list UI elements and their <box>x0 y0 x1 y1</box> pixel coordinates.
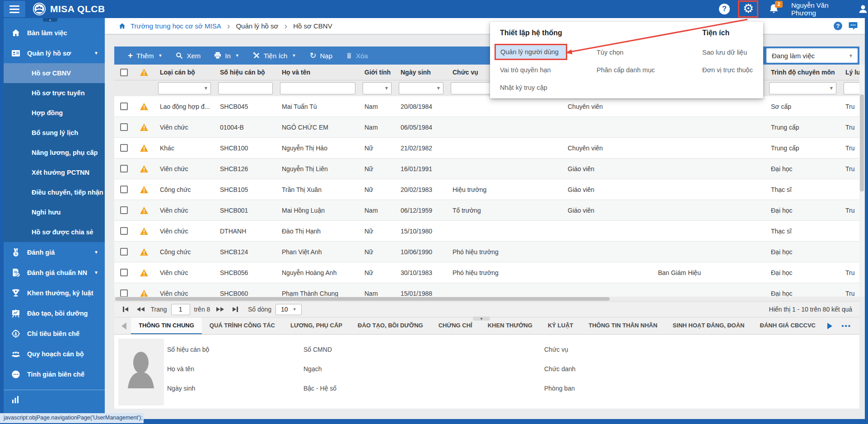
detail-tab[interactable]: ĐÀO TẠO, BỒI DƯỠNG <box>350 317 431 335</box>
sidebar-subitem[interactable]: Xét hưởng PCTNN <box>4 163 105 182</box>
sidebar-subitem[interactable]: Hồ sơ trực tuyến <box>4 83 105 103</box>
table-row[interactable]: Lao động hợp đ... SHCB045 Mai Tuấn Tú Na… <box>114 96 868 117</box>
detail-tab[interactable]: QUÁ TRÌNH CÔNG TÁC <box>202 317 283 335</box>
sidebar-subitem[interactable]: Nâng lương, phụ cấp <box>4 143 105 163</box>
tabs-scroll-left-icon[interactable] <box>121 322 126 330</box>
column-header-so-hieu[interactable]: Số hiệu cán bộ <box>215 69 276 76</box>
tabs-scroll-right-icon[interactable] <box>827 323 832 329</box>
working-status-filter[interactable]: Đang làm việc ▼ <box>766 48 858 63</box>
rows-per-page-select[interactable]: 10 ▼ <box>275 304 302 315</box>
horizontal-scrollbar[interactable] <box>114 297 859 301</box>
sidebar-item-partial[interactable] <box>4 393 105 406</box>
detail-tab[interactable]: THÔNG TIN THÂN NHÂN <box>581 317 665 335</box>
menu-item-roles[interactable]: Vai trò quyền hạn <box>500 66 551 74</box>
row-checkbox[interactable] <box>120 289 128 297</box>
table-row[interactable]: Công chức SHCB105 Trần Thị Xuân Nữ 20/02… <box>114 179 868 200</box>
breadcrumb-home-icon[interactable] <box>118 23 126 30</box>
settings-gear-icon[interactable]: ⚙ <box>743 2 754 15</box>
menu-item-options[interactable]: Tùy chọn <box>597 49 624 56</box>
filter-so-hieu[interactable] <box>218 82 273 94</box>
menu-item-units[interactable]: Đơn vị trực thuộc <box>702 66 753 74</box>
row-checkbox[interactable] <box>120 103 128 110</box>
print-button[interactable]: In ▼ <box>214 52 239 60</box>
filter-trinh-do[interactable] <box>769 82 836 94</box>
table-row[interactable]: Viên chức SHCB001 Mai Hồng Luận Nam 06/1… <box>114 200 868 221</box>
detail-tab[interactable]: KỶ LUẬT <box>540 317 581 335</box>
row-checkbox[interactable] <box>120 123 128 131</box>
table-row[interactable]: Viên chức DTHANH Đào Thị Hạnh Nữ 15/10/1… <box>114 221 868 242</box>
table-row[interactable]: Khác SHCB100 Nguyễn Thị Hảo Nữ 21/02/198… <box>114 138 868 158</box>
filter-ho-ten[interactable] <box>280 82 355 94</box>
hamburger-menu-icon[interactable] <box>4 1 25 17</box>
detail-tab[interactable]: CHỨNG CHỈ <box>431 317 480 335</box>
add-button[interactable]: + Thêm ▼ <box>128 52 162 60</box>
row-checkbox[interactable] <box>120 165 128 172</box>
sidebar-item-tinh-gian[interactable]: Tinh giản biên chế <box>4 364 105 384</box>
sidebar-subitem[interactable]: Bổ sung lý lịch <box>4 123 105 143</box>
view-button[interactable]: Xem <box>176 52 201 60</box>
detail-tab[interactable]: THÔNG TIN CHUNG <box>131 317 202 335</box>
feedback-chat-icon[interactable] <box>849 22 858 30</box>
sidebar-subitem[interactable]: Nghỉ hưu <box>4 202 105 222</box>
row-checkbox[interactable] <box>120 206 128 214</box>
row-checkbox[interactable] <box>120 248 128 256</box>
sidebar-subitem[interactable]: Hợp đồng <box>4 103 105 123</box>
context-help-icon[interactable]: ? <box>834 22 842 30</box>
column-header-gioi-tinh[interactable]: Giới tính <box>359 69 395 76</box>
detail-field-label: Bậc - Hệ số <box>303 379 336 398</box>
menu-item-backup[interactable]: Sao lưu dữ liệu <box>702 49 747 56</box>
more-tabs-icon[interactable]: ••• <box>841 322 851 330</box>
sidebar-item-ban-lam-viec[interactable]: Bàn làm việc <box>4 23 105 43</box>
table-row[interactable]: Công chức SHCB124 Phan Việt Anh Nữ 10/06… <box>114 242 868 262</box>
detail-tab[interactable]: ĐÁNH GIÁ CBCCVC <box>752 317 824 335</box>
detail-tab[interactable]: LƯƠNG, PHỤ CẤP <box>283 317 350 335</box>
row-checkbox[interactable] <box>120 186 128 193</box>
breadcrumb-level1[interactable]: Quản lý hồ sơ <box>236 22 278 30</box>
user-menu[interactable]: Nguyễn Văn Phương <box>791 0 868 18</box>
panel-splitter-handle[interactable]: ▼ <box>473 317 490 321</box>
column-header-trinh-do[interactable]: Trình độ chuyên môn <box>765 69 840 76</box>
column-header-ngay-sinh[interactable]: Ngày sinh <box>395 69 447 76</box>
row-checkbox[interactable] <box>120 144 128 152</box>
filter-ngay-sinh[interactable] <box>399 82 443 94</box>
sidebar-item-danh-gia[interactable]: 1 Đánh giá ▼ <box>4 242 105 262</box>
sidebar-subitem[interactable]: Hồ sơ được chia sẻ <box>4 222 105 242</box>
sidebar-item-quy-hoach[interactable]: Quy hoạch cán bộ <box>4 344 105 364</box>
reload-button[interactable]: ↻ Nạp <box>309 52 332 60</box>
filter-loai-can-bo[interactable] <box>158 82 211 94</box>
delete-button[interactable]: Xóa <box>346 52 368 60</box>
select-all-checkbox[interactable] <box>120 69 128 76</box>
sidebar-item-khen-thuong[interactable]: Khen thưởng, kỷ luật <box>4 283 105 303</box>
menu-item-category[interactable]: Phân cấp danh mục <box>597 66 655 74</box>
sidebar-item-dao-tao[interactable]: Đào tạo, bồi dưỡng <box>4 303 105 323</box>
horizontal-scrollbar-thumb[interactable] <box>115 297 610 301</box>
breadcrumb-root[interactable]: Trường trung học cơ sở MISA <box>131 22 221 30</box>
sidebar-subitem[interactable]: Hồ sơ CBNV <box>4 63 105 83</box>
sidebar-subitem[interactable]: Điều chuyển, tiếp nhận <box>4 182 105 202</box>
filter-gioi-tinh[interactable] <box>363 82 392 94</box>
menu-item-user-management[interactable]: Quản lý người dùng <box>495 44 567 60</box>
sidebar-scroll-up[interactable]: ▲ <box>43 18 57 22</box>
utilities-button[interactable]: Tiện ích ▼ <box>253 52 296 60</box>
column-header-loai-can-bo[interactable]: Loại cán bộ <box>154 69 215 76</box>
table-row[interactable]: Viên chức SHCB060 Phạm Thành Chung Nam 1… <box>114 283 868 297</box>
sidebar-item-chi-tieu[interactable]: Chỉ tiêu biên chế <box>4 323 105 344</box>
sidebar-item-quan-ly-ho-so[interactable]: Quản lý hồ sơ ▼ <box>4 43 105 63</box>
table-row[interactable]: Viên chức 01004-B NGÔ CHỨC EM Nam 06/05/… <box>114 117 868 138</box>
vertical-scrollbar[interactable] <box>859 65 865 297</box>
vertical-scrollbar-thumb[interactable] <box>860 94 864 191</box>
table-row[interactable]: Viên chức SHCB126 Nguyễn Thị Liên Nữ 16/… <box>114 158 868 179</box>
page-number-input[interactable]: 1 <box>171 304 190 315</box>
prev-page-button[interactable] <box>137 307 145 312</box>
sidebar-item-danh-gia-chuan[interactable]: Đánh giá chuẩn NN ▼ <box>4 262 105 283</box>
last-page-button[interactable] <box>233 307 238 312</box>
first-page-button[interactable] <box>123 307 128 312</box>
table-row[interactable]: Viên chức SHCB056 Nguyễn Hoàng Anh Nữ 30… <box>114 262 868 283</box>
menu-item-audit-log[interactable]: Nhật ký truy cập <box>500 84 547 91</box>
column-header-ho-ten[interactable]: Họ và tên <box>276 69 359 76</box>
next-page-button[interactable] <box>216 307 224 312</box>
help-icon[interactable]: ? <box>719 4 730 14</box>
row-checkbox[interactable] <box>120 227 128 235</box>
row-checkbox[interactable] <box>120 269 128 276</box>
detail-tab[interactable]: SINH HOẠT ĐẢNG, ĐOÀN <box>665 317 752 335</box>
